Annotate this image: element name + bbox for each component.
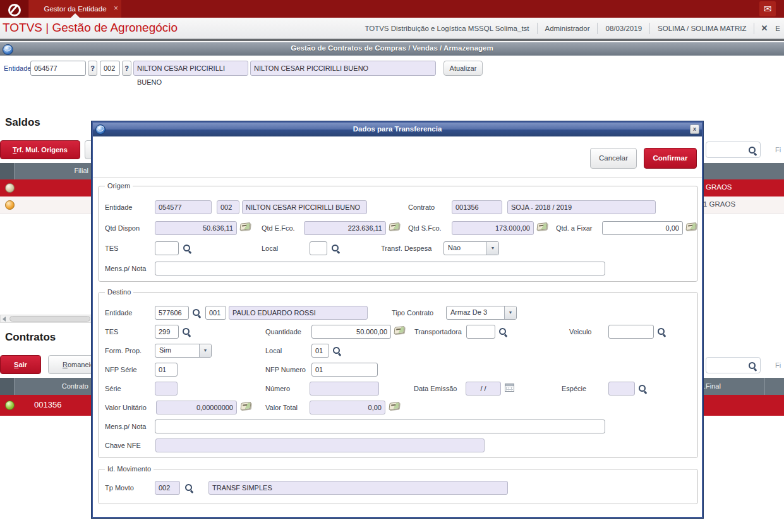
confirm-button[interactable]: Confirmar [644, 148, 697, 169]
form-prop-value: Sim [159, 346, 171, 354]
contratos-col-contrato: Contrato [35, 382, 88, 390]
destino-tes-input[interactable] [155, 325, 179, 339]
especie-field [608, 382, 635, 396]
veiculo-input[interactable] [608, 325, 654, 339]
saldos-title: Saldos [5, 116, 40, 129]
scroll-left-icon[interactable] [3, 317, 6, 322]
chave-nfe-label: Chave NFE [105, 442, 141, 449]
qtd-fixar-label: Qtd. a Fixar [556, 224, 592, 232]
origem-entidade-store: 002 [217, 200, 239, 214]
sair-button[interactable]: Sair [0, 355, 41, 374]
origem-contrato-code: 001356 [452, 200, 502, 214]
search-icon[interactable] [638, 384, 647, 393]
qtd-dispon-field: 50.636,11 [155, 221, 237, 235]
quantidade-input[interactable] [311, 325, 391, 339]
search-icon[interactable] [498, 327, 507, 336]
search-icon[interactable] [748, 146, 757, 155]
destino-local-input[interactable] [311, 344, 329, 358]
tp-movto-label: Tp Movto [105, 484, 134, 492]
calculator-icon[interactable] [389, 402, 399, 410]
search-icon[interactable] [192, 308, 201, 317]
search-icon[interactable] [657, 327, 666, 336]
origem-mens-input[interactable] [155, 262, 605, 275]
movimento-legend: Id. Movimento [105, 465, 154, 473]
destino-entidade-name: PAULO EDUARDO ROSSI [229, 306, 368, 320]
serie-label: Série [105, 385, 121, 392]
search-icon[interactable] [748, 361, 757, 370]
calendar-icon[interactable] [505, 384, 514, 392]
origem-tes-input[interactable] [155, 241, 179, 255]
destino-mens-input[interactable] [155, 420, 605, 433]
calculator-icon[interactable] [389, 222, 399, 231]
nfp-numero-input[interactable] [311, 363, 378, 377]
dialog-title-bar[interactable]: Dados para Transferencia x [93, 123, 702, 136]
tab-pointer-icon [71, 13, 80, 18]
totvs-logo-tile [0, 0, 28, 18]
saldos-search-box[interactable] [706, 142, 761, 158]
origem-entidade-label: Entidade [105, 203, 132, 211]
destino-entidade-code-input[interactable] [155, 306, 189, 320]
dialog-title: Dados para Transferencia [93, 125, 702, 133]
data-emissao-field: / / [466, 382, 501, 396]
tab-close-icon[interactable]: × [114, 0, 118, 16]
mail-button[interactable]: ✉ [759, 1, 776, 16]
search-icon[interactable] [332, 346, 341, 355]
trf-mul-origens-button[interactable]: Trf. Mul. Origens [0, 140, 80, 159]
saldos-row2-product: 1 GRAOS [703, 200, 735, 208]
search-icon[interactable] [183, 244, 191, 253]
transf-despesa-dropdown[interactable]: Nao ▼ [443, 241, 499, 255]
nfp-numero-label: NFP Numero [265, 366, 306, 373]
tipo-contrato-label: Tipo Contrato [392, 309, 433, 317]
calculator-icon[interactable] [239, 222, 250, 231]
column-divider [764, 378, 765, 395]
origem-legend: Origem [105, 182, 133, 190]
valor-total-label: Valor Total [265, 404, 298, 411]
entity-code-help-button[interactable]: ? [88, 61, 97, 76]
destino-legend: Destino [105, 288, 133, 296]
entity-label: Entidade [4, 64, 31, 72]
app-title: TOTVS | Gestão de Agronegócio [3, 21, 178, 35]
valor-total-field: 0,00 [310, 401, 385, 414]
entity-code-input[interactable] [30, 61, 86, 76]
entity-store-input[interactable] [100, 61, 120, 76]
search-icon[interactable] [331, 244, 340, 253]
contratos-search-box[interactable] [706, 357, 761, 373]
search-icon[interactable] [184, 483, 193, 492]
exit-label-partial[interactable]: E [774, 25, 781, 32]
saldos-grid-corner [0, 163, 15, 179]
destino-entidade-store-input[interactable] [205, 306, 226, 320]
cancel-button[interactable]: Cancelar [590, 148, 637, 169]
serie-field [155, 382, 178, 396]
transportadora-label: Transportadora [414, 328, 462, 336]
tp-movto-desc-field: TRANSF SIMPLES [208, 481, 508, 495]
tipo-contrato-dropdown[interactable]: Armaz De 3 ▼ [446, 306, 517, 320]
nfp-serie-input[interactable] [155, 363, 178, 377]
calculator-icon[interactable] [240, 402, 251, 410]
dialog-close-button[interactable]: x [690, 124, 699, 134]
app-tab[interactable]: Gestor da Entidade [02.9.0067] × [29, 0, 121, 18]
qtd-efco-label: Qtd E.Fco. [262, 224, 295, 232]
header-divider [0, 39, 784, 41]
entity-store-help-button[interactable]: ? [122, 61, 131, 76]
contratos-grid-corner [0, 378, 15, 395]
status-ball-icon [5, 200, 15, 210]
qtd-fixar-input[interactable] [602, 221, 683, 235]
form-prop-dropdown[interactable]: Sim ▼ [155, 344, 212, 358]
origem-local-input[interactable] [310, 241, 327, 255]
origem-fieldset: Origem Entidade 054577 002 NILTON CESAR … [98, 186, 698, 282]
saldos-col-filial: Filial [61, 167, 88, 174]
search-icon[interactable] [182, 327, 191, 336]
dropdown-arrow-icon: ▼ [486, 242, 498, 255]
saldos-hscrollbar[interactable] [0, 315, 92, 323]
destino-fieldset: Destino Entidade PAULO EDUARDO ROSSI Tip… [98, 292, 698, 458]
transportadora-input[interactable] [466, 325, 495, 339]
app-header: TOTVS | Gestão de Agronegócio TOTVS Dist… [0, 18, 784, 39]
scroll-thumb[interactable] [9, 316, 90, 322]
data-emissao-label: Data Emissão [414, 385, 457, 392]
saldos-filter-hint: Fi [775, 146, 781, 154]
calculator-icon[interactable] [394, 326, 404, 334]
workspace-close-icon[interactable]: ✕ [754, 23, 774, 33]
refresh-button[interactable]: Atualizar [443, 61, 483, 76]
calculator-icon[interactable] [685, 222, 696, 231]
calculator-icon[interactable] [536, 222, 547, 231]
